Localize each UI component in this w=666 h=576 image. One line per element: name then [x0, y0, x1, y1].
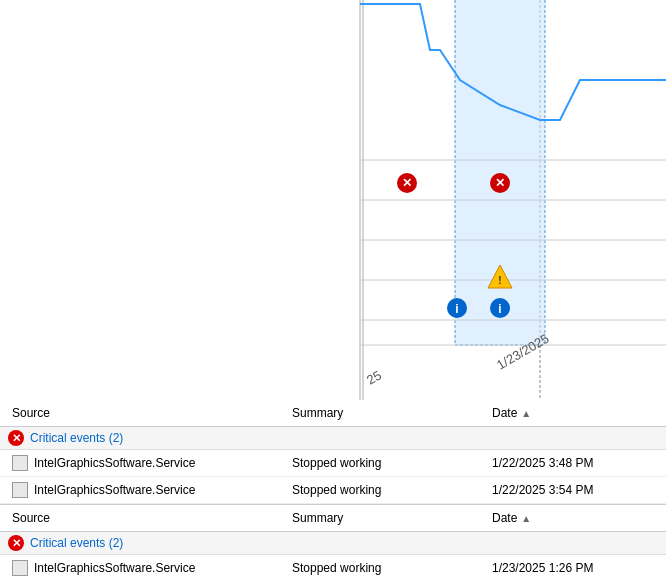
group-row-2[interactable]: ✕ Critical events (2) — [0, 532, 666, 555]
source-cell: IntelGraphicsSoftware.Service — [8, 453, 288, 473]
group-label-1[interactable]: Critical events (2) — [30, 431, 123, 445]
table-row[interactable]: IntelGraphicsSoftware.Service Stopped wo… — [0, 555, 666, 576]
group-row-1[interactable]: ✕ Critical events (2) — [0, 427, 666, 450]
col-date-1[interactable]: Date ▲ — [488, 404, 658, 422]
col-source-2[interactable]: Source — [8, 509, 288, 527]
source-cell: IntelGraphicsSoftware.Service — [8, 480, 288, 500]
date-cell: 1/22/2025 3:48 PM — [488, 454, 658, 472]
svg-rect-3 — [455, 0, 545, 345]
group-label-2[interactable]: Critical events (2) — [30, 536, 123, 550]
summary-cell: Stopped working — [288, 481, 488, 499]
sort-icon-2: ▲ — [521, 513, 531, 524]
table-header-2: Source Summary Date ▲ — [0, 504, 666, 532]
error-icon-1: ✕ — [8, 430, 24, 446]
svg-text:25: 25 — [364, 367, 384, 387]
date-cell: 1/22/2025 3:54 PM — [488, 481, 658, 499]
sort-icon-1: ▲ — [521, 408, 531, 419]
svg-text:✕: ✕ — [495, 176, 505, 190]
source-cell: IntelGraphicsSoftware.Service — [8, 558, 288, 576]
chart-area: ✕ ✕ ! i i 25 1/23/2025 — [0, 0, 666, 400]
service-icon — [12, 560, 28, 576]
col-date-2[interactable]: Date ▲ — [488, 509, 658, 527]
date-cell: 1/23/2025 1:26 PM — [488, 559, 658, 576]
service-icon — [12, 455, 28, 471]
svg-text:i: i — [498, 302, 501, 316]
col-summary-2[interactable]: Summary — [288, 509, 488, 527]
service-icon — [12, 482, 28, 498]
col-summary-1[interactable]: Summary — [288, 404, 488, 422]
col-source-1[interactable]: Source — [8, 404, 288, 422]
svg-text:i: i — [455, 302, 458, 316]
svg-text:!: ! — [498, 275, 501, 286]
svg-text:✕: ✕ — [402, 176, 412, 190]
chart-svg: ✕ ✕ ! i i 25 1/23/2025 — [0, 0, 666, 400]
table-header-1: Source Summary Date ▲ — [0, 400, 666, 427]
table-row[interactable]: IntelGraphicsSoftware.Service Stopped wo… — [0, 450, 666, 477]
error-icon-2: ✕ — [8, 535, 24, 551]
summary-cell: Stopped working — [288, 559, 488, 576]
summary-cell: Stopped working — [288, 454, 488, 472]
table-row[interactable]: IntelGraphicsSoftware.Service Stopped wo… — [0, 477, 666, 504]
